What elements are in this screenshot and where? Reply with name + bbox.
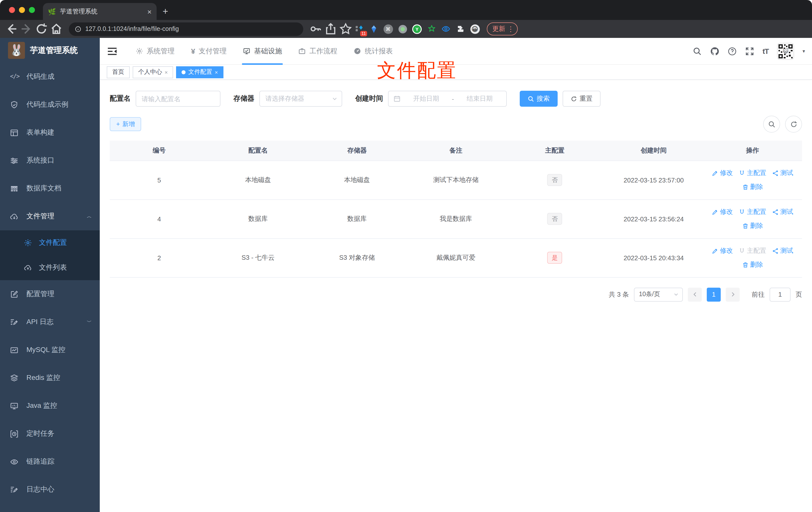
test-link[interactable]: 测试: [772, 169, 793, 178]
extension-eye-icon[interactable]: [441, 24, 451, 34]
extension-command-icon[interactable]: ⌘: [383, 24, 393, 34]
page-content: 配置名 存储器 请选择存储器 创建时间 开始日期 - 结束日期: [100, 80, 812, 512]
window-controls[interactable]: [9, 7, 35, 13]
create-time-label: 创建时间: [355, 94, 383, 103]
cell-created: 2022-03-15 20:43:34: [604, 238, 703, 277]
extension-kite-icon[interactable]: [369, 24, 379, 34]
forward-icon[interactable]: [20, 23, 33, 35]
extension-dot-icon[interactable]: [398, 24, 407, 34]
back-icon[interactable]: [5, 23, 18, 35]
sidebar-item-file-list[interactable]: 文件列表: [0, 255, 100, 280]
search-button[interactable]: 搜索: [520, 91, 558, 107]
browser-toolbar: 127.0.0.1:1024/infra/file/file-config 11…: [0, 20, 812, 38]
extension-pin-icon[interactable]: 11: [354, 24, 364, 34]
sidebar-item-db-doc[interactable]: 数据库文档: [0, 175, 100, 203]
current-page-button[interactable]: 1: [707, 288, 721, 301]
sidebar-item-config-management[interactable]: 配置管理: [0, 280, 100, 308]
refresh-table-button[interactable]: [785, 116, 802, 132]
edit-link[interactable]: 修改: [712, 246, 733, 255]
extension-emoji-icon[interactable]: 😀: [470, 24, 480, 34]
edit-link[interactable]: 修改: [712, 169, 733, 178]
browser-window: 🌿 芋道管理系统 × + 127.0.0.1:1024/infra/file/f…: [0, 0, 812, 512]
edit-link[interactable]: 修改: [712, 207, 733, 216]
extension-y-icon[interactable]: Y: [412, 24, 422, 34]
browser-menu-icon[interactable]: ⋮: [507, 25, 514, 33]
prev-page-button[interactable]: [688, 288, 702, 301]
sidebar-collapse-icon[interactable]: [107, 46, 118, 57]
window-zoom-button[interactable]: [29, 7, 35, 13]
help-icon[interactable]: [728, 47, 737, 56]
tab-infrastructure[interactable]: 基础设施: [243, 38, 282, 65]
date-range-picker[interactable]: 开始日期 - 结束日期: [388, 91, 507, 107]
next-page-button[interactable]: [726, 288, 740, 301]
reload-icon[interactable]: [35, 23, 48, 35]
bookmark-star-icon[interactable]: [339, 23, 352, 35]
sidebar-item-scheduled-tasks[interactable]: 定时任务: [0, 420, 100, 448]
add-button[interactable]: + 新增: [110, 117, 141, 131]
sidebar-item-system-api[interactable]: 系统接口: [0, 147, 100, 175]
window-minimize-button[interactable]: [19, 7, 25, 13]
edit-icon: [712, 209, 719, 215]
cell-id: 2: [110, 238, 209, 277]
browser-update-button[interactable]: 更新 ⋮: [487, 23, 518, 35]
date-start-placeholder[interactable]: 开始日期: [405, 94, 448, 103]
extension-star-icon[interactable]: [427, 24, 436, 34]
window-close-button[interactable]: [9, 7, 15, 13]
home-icon[interactable]: [50, 23, 63, 35]
site-info-icon[interactable]: [75, 26, 81, 32]
master-config-link[interactable]: 主配置: [739, 169, 766, 178]
storage-label: 存储器: [233, 94, 254, 103]
tag-close-icon[interactable]: ×: [215, 69, 218, 75]
storage-select[interactable]: 请选择存储器: [259, 91, 342, 107]
new-tab-button[interactable]: +: [163, 6, 168, 17]
tag-home[interactable]: 首页: [107, 66, 130, 78]
tab-system-management[interactable]: 系统管理: [136, 38, 175, 65]
password-key-icon[interactable]: [309, 23, 322, 35]
sidebar-item-redis-monitor[interactable]: Redis 监控: [0, 364, 100, 392]
font-size-icon[interactable]: tT: [763, 47, 768, 55]
tab-close-icon[interactable]: ×: [147, 7, 152, 16]
tag-close-icon[interactable]: ×: [165, 69, 168, 75]
search-icon[interactable]: [693, 47, 702, 56]
toggle-search-button[interactable]: [763, 116, 780, 132]
test-link[interactable]: 测试: [772, 207, 793, 216]
url-text[interactable]: 127.0.0.1:1024/infra/file/file-config: [85, 25, 179, 32]
date-end-placeholder[interactable]: 结束日期: [458, 94, 501, 103]
test-link[interactable]: 测试: [772, 246, 793, 255]
delete-link[interactable]: 删除: [742, 182, 763, 191]
table-toolbar: + 新增: [110, 116, 802, 132]
extensions-puzzle-icon[interactable]: [455, 24, 465, 34]
page-size-select[interactable]: 10条/页: [634, 288, 683, 301]
sidebar-item-log-center[interactable]: 日志中心: [0, 476, 100, 504]
share-icon[interactable]: [324, 23, 337, 35]
delete-link[interactable]: 删除: [742, 221, 763, 230]
cell-name: 本地磁盘: [209, 160, 308, 200]
user-avatar[interactable]: 😺: [777, 42, 794, 60]
config-name-input[interactable]: [136, 91, 221, 107]
browser-tab[interactable]: 🌿 芋道管理系统 ×: [43, 3, 156, 20]
tab-payment-management[interactable]: ¥ 支付管理: [191, 38, 227, 65]
avatar-caret-icon[interactable]: ▾: [803, 48, 805, 54]
sidebar-item-trace[interactable]: 链路追踪: [0, 448, 100, 476]
sidebar-item-file-management[interactable]: 文件管理 ︿: [0, 203, 100, 230]
sidebar-item-file-config[interactable]: 文件配置: [0, 230, 100, 255]
dashboard-icon: [354, 48, 361, 55]
github-icon[interactable]: [710, 47, 719, 56]
master-config-link[interactable]: 主配置: [739, 207, 766, 216]
sidebar-item-java-monitor[interactable]: Java 监控: [0, 392, 100, 420]
table-row: 2 S3 - 七牛云 S3 对象存储 戴佩妮真可爱 是 2022-03-15 2…: [110, 238, 802, 277]
sidebar-item-code-gen-demo[interactable]: 代码生成示例: [0, 91, 100, 119]
tab-workflow[interactable]: 工作流程: [298, 38, 338, 65]
url-bar[interactable]: 127.0.0.1:1024/infra/file/file-config: [69, 22, 303, 36]
sidebar-item-form-builder[interactable]: 表单构建: [0, 119, 100, 147]
goto-page-input[interactable]: [770, 288, 790, 301]
sidebar-item-api-log[interactable]: API 日志 ﹀: [0, 308, 100, 336]
sidebar-item-mysql-monitor[interactable]: MySQL 监控: [0, 336, 100, 364]
sidebar-item-code-gen[interactable]: </> 代码生成: [0, 63, 100, 91]
tab-statistics-report[interactable]: 统计报表: [354, 38, 393, 65]
tag-file-config[interactable]: 文件配置 ×: [176, 66, 224, 78]
fullscreen-icon[interactable]: [745, 47, 754, 56]
delete-link[interactable]: 删除: [742, 260, 763, 269]
reset-button[interactable]: 重置: [562, 91, 601, 107]
tag-profile[interactable]: 个人中心 ×: [133, 66, 173, 78]
